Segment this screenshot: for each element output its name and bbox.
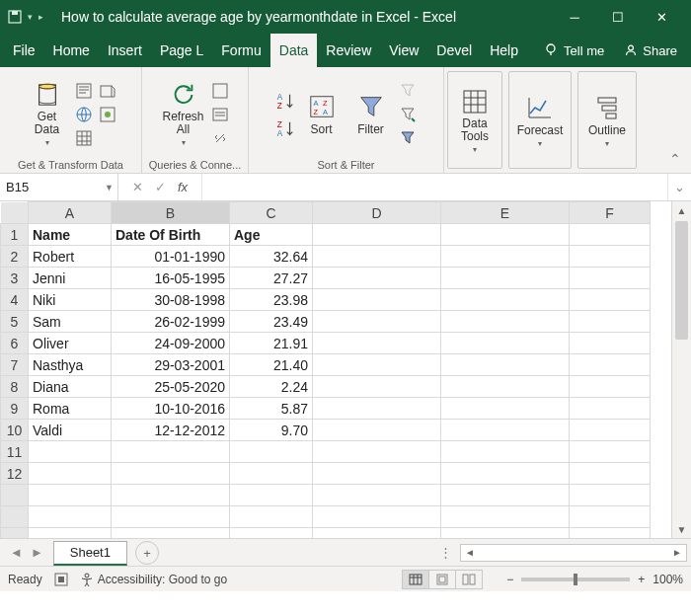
- sheet-tab[interactable]: Sheet1: [53, 541, 127, 566]
- close-button[interactable]: ✕: [640, 0, 683, 34]
- tab-data[interactable]: Data: [270, 34, 318, 67]
- view-pagebreak-button[interactable]: [455, 570, 483, 589]
- accessibility[interactable]: Accessibility: Good to go: [80, 573, 227, 586]
- scroll-down-icon[interactable]: ▼: [672, 520, 691, 538]
- fx-icon[interactable]: fx: [178, 180, 188, 194]
- minimize-button[interactable]: ─: [553, 0, 596, 34]
- cell-C6[interactable]: 21.91: [230, 333, 313, 354]
- col-header-D[interactable]: D: [313, 202, 441, 224]
- reapply-icon[interactable]: [398, 105, 418, 124]
- cell-C1[interactable]: Age: [230, 224, 313, 246]
- col-header-B[interactable]: B: [112, 202, 230, 224]
- cell-C9[interactable]: 5.87: [230, 398, 313, 420]
- cell-A8[interactable]: Diana: [29, 376, 112, 398]
- existing-conn-icon[interactable]: [98, 105, 117, 124]
- next-sheet-icon[interactable]: ►: [31, 545, 43, 560]
- cell-A5[interactable]: Sam: [29, 311, 112, 333]
- get-data-button[interactable]: Get Data ▾: [25, 81, 70, 147]
- horizontal-scrollbar[interactable]: ◄ ►: [460, 544, 687, 562]
- cell-A10[interactable]: Valdi: [29, 420, 112, 441]
- row-header-6[interactable]: 6: [1, 333, 29, 354]
- zoom-out-button[interactable]: −: [506, 573, 513, 586]
- view-layout-button[interactable]: [428, 570, 456, 589]
- cell-A7[interactable]: Nasthya: [29, 354, 112, 376]
- cell-B8[interactable]: 25-05-2020: [112, 376, 230, 398]
- spreadsheet-grid[interactable]: ABCDEF1NameDate Of BirthAge2Robert01-01-…: [0, 201, 651, 538]
- row-header-15[interactable]: [1, 528, 29, 539]
- cell-C5[interactable]: 23.49: [230, 311, 313, 333]
- cell-C8[interactable]: 2.24: [230, 376, 313, 398]
- col-header-E[interactable]: E: [441, 202, 570, 224]
- view-normal-button[interactable]: [402, 570, 429, 589]
- filter-button[interactable]: Filter: [348, 93, 394, 136]
- properties-icon[interactable]: [210, 105, 230, 124]
- autosave-icon[interactable]: [8, 10, 22, 24]
- sort-asc-icon[interactable]: AZ: [275, 91, 295, 111]
- col-header-A[interactable]: A: [29, 202, 112, 224]
- cell-B1[interactable]: Date Of Birth: [112, 224, 230, 246]
- cell-C2[interactable]: 32.64: [230, 246, 313, 268]
- from-web-icon[interactable]: [74, 105, 94, 124]
- from-text-icon[interactable]: [74, 81, 94, 101]
- scroll-right-icon[interactable]: ►: [668, 547, 686, 558]
- tab-split-icon[interactable]: ⋮: [439, 545, 452, 560]
- tab-help[interactable]: Help: [481, 34, 527, 67]
- row-header-3[interactable]: 3: [1, 268, 29, 289]
- formula-input[interactable]: [202, 174, 667, 200]
- cell-B9[interactable]: 10-10-2016: [112, 398, 230, 420]
- forecast-button[interactable]: Forecast ▾: [512, 94, 568, 148]
- tab-formu[interactable]: Formu: [212, 34, 269, 67]
- cell-B7[interactable]: 29-03-2001: [112, 354, 230, 376]
- row-header-11[interactable]: 11: [1, 441, 29, 463]
- share-button[interactable]: Share: [614, 34, 687, 67]
- cell-B4[interactable]: 30-08-1998: [112, 289, 230, 311]
- cell-C3[interactable]: 27.27: [230, 268, 313, 289]
- qat-chevron-icon[interactable]: ▾: [28, 12, 33, 22]
- maximize-button[interactable]: ☐: [596, 0, 640, 34]
- add-sheet-button[interactable]: +: [135, 541, 159, 565]
- tab-insert[interactable]: Insert: [99, 34, 151, 67]
- queries-icon[interactable]: [210, 81, 230, 101]
- cell-C7[interactable]: 21.40: [230, 354, 313, 376]
- cancel-icon[interactable]: ✕: [132, 180, 143, 194]
- sort-button[interactable]: AZZA Sort: [299, 93, 345, 136]
- name-box[interactable]: B15 ▼: [0, 174, 118, 200]
- cell-A3[interactable]: Jenni: [29, 268, 112, 289]
- recent-sources-icon[interactable]: [98, 81, 117, 101]
- col-header-F[interactable]: F: [570, 202, 651, 224]
- enter-icon[interactable]: ✓: [155, 180, 166, 194]
- expand-formula-bar-icon[interactable]: ⌄: [667, 174, 691, 200]
- edit-links-icon[interactable]: [210, 128, 230, 148]
- tab-view[interactable]: View: [380, 34, 427, 67]
- sort-desc-icon[interactable]: ZA: [275, 118, 295, 138]
- row-header-2[interactable]: 2: [1, 246, 29, 268]
- prev-sheet-icon[interactable]: ◄: [10, 545, 23, 560]
- row-header-4[interactable]: 4: [1, 289, 29, 311]
- cell-B5[interactable]: 26-02-1999: [112, 311, 230, 333]
- row-header-13[interactable]: [1, 485, 29, 506]
- outline-button[interactable]: Outline ▾: [584, 94, 630, 148]
- cell-C4[interactable]: 23.98: [230, 289, 313, 311]
- cell-A2[interactable]: Robert: [29, 246, 112, 268]
- vertical-scrollbar[interactable]: ▲ ▼: [671, 201, 691, 538]
- tab-page[interactable]: Page L: [151, 34, 212, 67]
- advanced-icon[interactable]: [398, 128, 418, 148]
- row-header-1[interactable]: 1: [1, 224, 29, 246]
- tab-file[interactable]: File: [4, 34, 44, 67]
- cell-A9[interactable]: Roma: [29, 398, 112, 420]
- select-all-corner[interactable]: [1, 202, 29, 224]
- zoom-slider[interactable]: [521, 578, 630, 581]
- row-header-7[interactable]: 7: [1, 354, 29, 376]
- chevron-down-icon[interactable]: ▼: [105, 183, 114, 192]
- row-header-8[interactable]: 8: [1, 376, 29, 398]
- from-table-icon[interactable]: [74, 128, 94, 148]
- cell-B2[interactable]: 01-01-1990: [112, 246, 230, 268]
- cell-B6[interactable]: 24-09-2000: [112, 333, 230, 354]
- tab-devel[interactable]: Devel: [427, 34, 481, 67]
- zoom-control[interactable]: − + 100%: [506, 573, 683, 586]
- cell-C10[interactable]: 9.70: [230, 420, 313, 441]
- col-header-C[interactable]: C: [230, 202, 313, 224]
- cell-B3[interactable]: 16-05-1995: [112, 268, 230, 289]
- clear-filter-icon[interactable]: [398, 81, 418, 101]
- macro-icon[interactable]: [54, 573, 68, 586]
